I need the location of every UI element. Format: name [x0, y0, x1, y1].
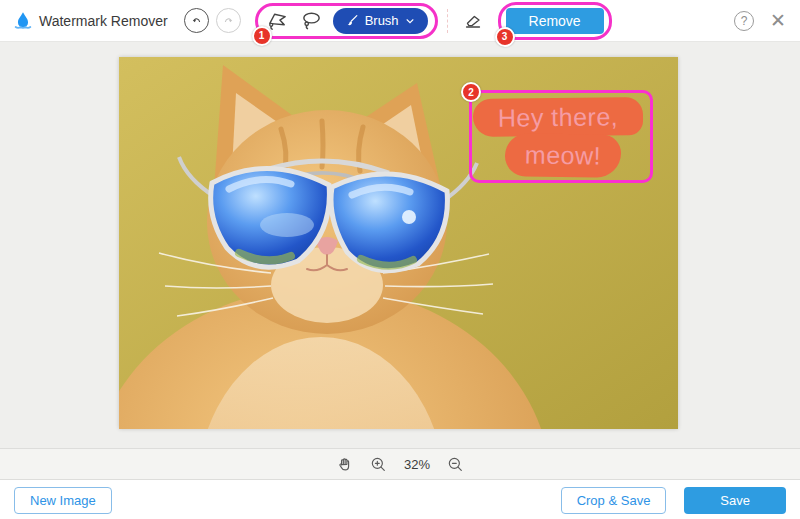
- undo-button[interactable]: [184, 8, 209, 33]
- step-3-badge: 3: [495, 27, 515, 47]
- zoom-in-icon: [370, 456, 387, 473]
- watermark-brush-stroke: meow!: [505, 133, 622, 178]
- brush-icon: [346, 14, 359, 27]
- undo-icon: [189, 13, 204, 28]
- crop-save-button[interactable]: Crop & Save: [561, 487, 667, 514]
- brand: Watermark Remover: [12, 10, 168, 32]
- history-controls: [184, 8, 241, 33]
- top-toolbar: Watermark Remover 1: [0, 0, 800, 42]
- remove-button[interactable]: Remove: [506, 8, 604, 34]
- save-button[interactable]: Save: [684, 487, 786, 514]
- brush-label: Brush: [365, 13, 399, 28]
- lasso-tool-button[interactable]: [299, 8, 325, 34]
- watermark-selection-rect[interactable]: 2 Hey there, meow!: [469, 90, 653, 183]
- close-icon: ✕: [770, 10, 786, 31]
- new-image-button[interactable]: New Image: [14, 487, 112, 514]
- help-button[interactable]: ?: [734, 11, 754, 31]
- app-title: Watermark Remover: [39, 13, 168, 29]
- eraser-icon: [462, 10, 484, 32]
- lasso-icon: [300, 9, 323, 32]
- close-button[interactable]: ✕: [768, 11, 788, 30]
- selection-tools-group: 1 Brush: [255, 3, 438, 39]
- cat-photo-canvas[interactable]: 2 Hey there, meow!: [119, 57, 678, 429]
- hand-icon: [336, 456, 353, 473]
- help-icon: ?: [741, 14, 748, 28]
- pan-hand-button[interactable]: [336, 456, 353, 473]
- remove-action-group: 3 Remove: [498, 2, 612, 40]
- step-1-badge: 1: [252, 26, 272, 46]
- step-2-badge: 2: [461, 82, 481, 102]
- redo-icon: [221, 13, 236, 28]
- watermark-remover-window: Watermark Remover 1: [0, 0, 800, 519]
- editor-workspace: 2 Hey there, meow!: [0, 42, 800, 448]
- brush-tool-dropdown[interactable]: Brush: [333, 8, 428, 34]
- footer-bar: New Image Crop & Save Save: [0, 480, 800, 519]
- app-logo-icon: [12, 10, 34, 32]
- redo-button[interactable]: [216, 8, 241, 33]
- zoom-out-icon: [447, 456, 464, 473]
- chevron-down-icon: [405, 16, 415, 26]
- watermark-brush-stroke: Hey there,: [473, 97, 643, 137]
- zoom-in-button[interactable]: [370, 456, 387, 473]
- watermark-text-line2: meow!: [525, 140, 602, 170]
- zoom-out-button[interactable]: [447, 456, 464, 473]
- toolbar-divider: [447, 9, 449, 33]
- zoom-level-value: 32%: [404, 457, 430, 472]
- zoom-toolbar: 32%: [0, 448, 800, 480]
- eraser-tool-button[interactable]: [458, 6, 488, 36]
- watermark-text-line1: Hey there,: [498, 102, 619, 132]
